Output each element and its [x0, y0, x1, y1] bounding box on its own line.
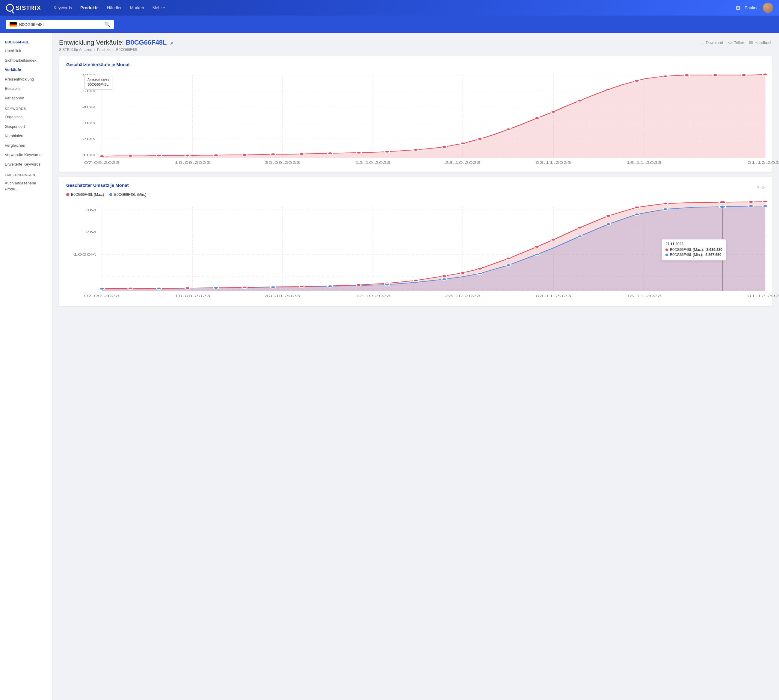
svg-point-30	[156, 155, 162, 157]
sidebar-section-keywords: KEYWORDS	[0, 103, 52, 112]
svg-text:50K: 50K	[82, 89, 96, 93]
sidebar-item-organisch[interactable]: Organisch	[0, 112, 52, 122]
svg-point-106	[214, 287, 219, 288]
svg-point-49	[663, 75, 668, 77]
legend-label-max: B0CG66F48L (Max.)	[71, 193, 104, 197]
svg-text:15.11.2023: 15.11.2023	[626, 161, 662, 164]
sidebar-product-id[interactable]: B0CG66F48L	[0, 38, 52, 46]
share-icon: <>	[728, 40, 732, 45]
search-icon[interactable]: 🔍	[104, 22, 110, 27]
svg-point-33	[242, 154, 247, 156]
flag-de	[10, 22, 17, 27]
nav-right: ⊞ Paulina	[736, 3, 773, 13]
nav-username: Paulina	[744, 5, 759, 10]
svg-text:19.09.2023: 19.09.2023	[175, 161, 210, 164]
svg-point-35	[299, 153, 304, 155]
svg-point-112	[506, 264, 511, 266]
breadcrumb-asin[interactable]: B0CG66F48L	[116, 48, 138, 52]
nav-mehr[interactable]: Mehr ▾	[149, 3, 168, 12]
download-icon: ⇩	[701, 40, 704, 45]
external-link-icon[interactable]: ↗	[170, 41, 173, 45]
svg-point-37	[356, 152, 361, 153]
svg-point-80	[128, 287, 133, 290]
nav-marken[interactable]: Marken	[127, 3, 148, 12]
chart2-area: 3M 2M 1000K 07.09.2023 19.09.2023 30.09.…	[66, 200, 765, 302]
svg-point-29	[128, 155, 133, 157]
chart1-area: Amazon sales B0CG66F48L	[66, 72, 765, 168]
svg-text:12.10.2023: 12.10.2023	[355, 161, 391, 164]
sidebar-item-verkaufe[interactable]: Verkäufe	[0, 65, 52, 75]
svg-text:15.11.2023: 15.11.2023	[626, 294, 662, 298]
sidebar: B0CG66F48L Überblick Sichtbarkeitsindex …	[0, 33, 52, 700]
grid-icon[interactable]: ⊞	[736, 5, 741, 11]
settings-icon[interactable]: ⚙	[761, 185, 765, 190]
chart2-tooltip: 27.11.2023 B0CG66F48L (Max.): 3.639.330 …	[662, 239, 726, 260]
search-bar: 🔍	[0, 15, 779, 33]
chart1-title: Geschätzte Verkäufe je Monat	[66, 62, 765, 67]
sidebar-item-uberblick[interactable]: Überblick	[0, 46, 52, 56]
svg-point-105	[156, 287, 162, 290]
breadcrumb: SISTRIX für Amazon › Produkte › B0CG66F4…	[59, 48, 772, 52]
svg-point-119	[749, 205, 754, 207]
svg-text:30K: 30K	[82, 121, 96, 125]
nav-keywords[interactable]: Keywords	[50, 3, 75, 12]
sidebar-item-auch-angesehene[interactable]: Auch angesehene Produ...	[0, 178, 52, 194]
avatar[interactable]	[763, 3, 773, 13]
legend-item-min: B0CG66F48L (Min.)	[109, 193, 146, 197]
handbuch-button[interactable]: Handbuch	[749, 40, 772, 45]
svg-point-36	[328, 152, 333, 154]
sidebar-item-bestseller[interactable]: Bestseller	[0, 84, 52, 93]
tooltip2-max-row: B0CG66F48L (Max.): 3.639.330	[665, 248, 722, 252]
legend-item-max: B0CG66F48L (Max.)	[66, 193, 104, 197]
svg-text:23.10.2023: 23.10.2023	[445, 161, 481, 164]
tooltip2-min-row: B0CG66F48L (Min.): 2.867.650	[665, 253, 722, 257]
svg-text:03.11.2023: 03.11.2023	[535, 161, 571, 164]
sidebar-item-preisentwicklung[interactable]: Preisentwicklung	[0, 75, 52, 84]
sidebar-item-verwandte[interactable]: Verwandte Keywords	[0, 150, 52, 160]
tooltip2-min-value: 2.867.650	[705, 253, 721, 257]
svg-point-91	[441, 275, 447, 277]
share-button[interactable]: <> Teilen	[728, 40, 744, 45]
sidebar-item-variationen[interactable]: Variationen	[0, 93, 52, 103]
tooltip-label: Amazon sales	[87, 77, 109, 82]
svg-point-114	[577, 235, 582, 237]
svg-text:40K: 40K	[82, 105, 96, 109]
top-nav: SISTRIX Keywords Produkte Händler Marken…	[0, 0, 779, 15]
svg-point-52	[741, 74, 746, 76]
svg-point-38	[385, 151, 390, 153]
nav-handler[interactable]: Händler	[104, 3, 125, 12]
svg-point-104	[99, 288, 105, 290]
chart-card-2: Geschätzter Umsatz je Monat ? ⚙ B0CG66F4…	[59, 177, 772, 306]
search-input[interactable]	[19, 22, 102, 27]
svg-point-103	[763, 201, 768, 203]
sidebar-item-vergleichen[interactable]: Vergleichen	[0, 141, 52, 150]
help-icon[interactable]: ?	[757, 185, 759, 190]
svg-point-53	[763, 73, 768, 75]
search-container: 🔍	[6, 20, 114, 29]
svg-point-96	[551, 238, 556, 241]
svg-point-100	[663, 202, 668, 205]
svg-point-41	[460, 142, 465, 144]
sidebar-item-gesponsort[interactable]: Gesponsort	[0, 122, 52, 132]
svg-point-111	[477, 272, 482, 275]
svg-point-115	[606, 223, 611, 225]
svg-point-88	[356, 284, 361, 286]
svg-point-117	[663, 208, 668, 210]
main-content: Entwicklung Verkäufe: B0CG66F48L ↗ ⇩ Dow…	[52, 33, 779, 700]
svg-point-46	[577, 99, 582, 102]
download-button[interactable]: ⇩ Download	[701, 40, 723, 45]
svg-point-50	[684, 74, 689, 76]
logo-text: SISTRIX	[15, 5, 41, 12]
svg-text:07.09.2023: 07.09.2023	[84, 161, 120, 164]
sidebar-item-kombiniert[interactable]: Kombiniert	[0, 131, 52, 141]
svg-point-43	[506, 128, 511, 130]
breadcrumb-produkte[interactable]: Produkte	[97, 48, 112, 52]
breadcrumb-sistrix[interactable]: SISTRIX für Amazon	[59, 48, 92, 52]
sidebar-item-erweiterte[interactable]: Erweiterte Keywords	[0, 160, 52, 169]
logo[interactable]: SISTRIX	[6, 4, 41, 12]
nav-produkte[interactable]: Produkte	[77, 3, 102, 12]
sidebar-item-sichtbarkeitsindex[interactable]: Sichtbarkeitsindex	[0, 56, 52, 65]
svg-point-109	[385, 283, 390, 286]
svg-point-82	[185, 287, 190, 289]
svg-point-51	[713, 74, 718, 76]
